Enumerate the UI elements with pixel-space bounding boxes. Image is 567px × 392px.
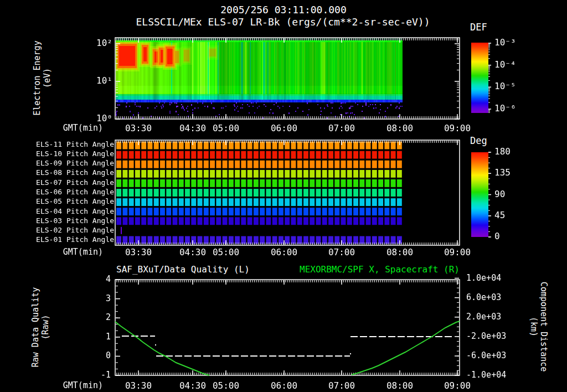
colorbar-tick-label: 45 — [494, 210, 505, 220]
colorbar-tick-label: 10⁻⁴ — [494, 60, 516, 70]
quality-tick-label: 2 — [89, 313, 111, 322]
distance-tick-label: -6.0e+03 — [466, 351, 506, 360]
energy-tick-label: 10⁰ — [79, 114, 112, 123]
x-axis-title: GMT(min) — [25, 247, 103, 257]
quality-tick-label: 3 — [89, 294, 111, 303]
quality-dot — [155, 344, 156, 345]
pitch-row-label: ELS-07 Pitch Angle — [22, 179, 114, 187]
pitch-row-label: ELS-04 Pitch Angle — [22, 208, 114, 216]
x-tick-label: 06:00 — [271, 247, 297, 257]
x-tick-label: 09:00 — [444, 123, 471, 133]
colorbar-tick-label: 180 — [494, 147, 511, 157]
distance-tick-label: -2.0e+03 — [466, 332, 506, 341]
x-tick-label: 07:00 — [328, 123, 355, 133]
quality-tick-label: -1 — [89, 370, 111, 380]
pitch-row-label: ELS-08 Pitch Angle — [22, 169, 114, 177]
pitch-row-label: ELS-01 Pitch Angle — [22, 236, 114, 244]
panel-frame — [115, 140, 460, 245]
distance-tick-label: 1.0e+04 — [466, 274, 501, 283]
x-tick-label: 09:00 — [444, 247, 471, 257]
x-tick-label: 06:00 — [271, 381, 297, 391]
panel-frame — [115, 38, 460, 119]
x-tick-label: 08:00 — [386, 123, 413, 133]
quality-tick-label: 1 — [89, 332, 111, 342]
pitch-row-label: ELS-11 Pitch Angle — [22, 141, 114, 149]
x-tick-label: 07:00 — [328, 381, 355, 391]
quality-tick-label: 4 — [89, 275, 111, 284]
pitch-row-label: ELS-05 Pitch Angle — [22, 198, 114, 206]
colorbar-tick-label: 10⁻⁶ — [494, 104, 516, 114]
x-tick-label: 08:00 — [386, 381, 413, 391]
colorbar-tick-label: 10⁻³ — [494, 38, 516, 48]
energy-tick-label: 10² — [79, 38, 112, 48]
distance-curve — [115, 322, 209, 375]
x-tick-label: 04:30 — [179, 123, 206, 133]
x-tick-label: 06:00 — [271, 123, 297, 133]
distance-tick-label: 6.0e+03 — [466, 293, 501, 302]
distance-tick-label: -1.0e+04 — [466, 370, 506, 380]
x-tick-label: 04:30 — [179, 247, 206, 257]
distance-tick-label: 2.0e+03 — [466, 312, 501, 322]
x-tick-label: 08:00 — [386, 247, 413, 257]
colorbar-tick-label: 90 — [494, 189, 505, 199]
x-tick-label: 04:30 — [179, 381, 206, 391]
x-axis-title: GMT(min) — [25, 123, 103, 133]
x-tick-label: 09:00 — [444, 381, 471, 391]
quality-dot — [350, 353, 351, 354]
energy-tick-label: 10¹ — [79, 76, 112, 86]
colorbar-tick-label: 135 — [494, 168, 511, 178]
x-tick-label: 03:30 — [125, 123, 152, 133]
x-tick-label: 05:00 — [213, 247, 239, 257]
x-tick-label: 03:30 — [125, 381, 152, 391]
x-tick-label: 05:00 — [213, 381, 239, 391]
colorbar-tick-label: 0 — [494, 231, 500, 241]
distance-curve — [352, 321, 460, 375]
x-tick-label: 05:00 — [213, 123, 239, 133]
x-tick-label: 07:00 — [328, 247, 355, 257]
colorbar-tick-label: 10⁻⁵ — [494, 81, 516, 91]
x-axis-title: GMT(min) — [25, 381, 103, 390]
panel-frame — [115, 280, 460, 375]
x-tick-label: 03:30 — [125, 247, 152, 257]
pitch-row-label: ELS-10 Pitch Angle — [22, 150, 114, 158]
pitch-row-label: ELS-03 Pitch Angle — [22, 217, 114, 225]
els-summary-plot: 2005/256 03:11:00.000 ELSSCIL/MEx ELS-07… — [0, 0, 567, 392]
pitch-row-label: ELS-06 Pitch Angle — [22, 188, 114, 197]
quality-tick-label: 0 — [89, 351, 111, 360]
pitch-row-label: ELS-02 Pitch Angle — [22, 226, 114, 235]
pitch-row-label: ELS-09 Pitch Angle — [22, 159, 114, 168]
